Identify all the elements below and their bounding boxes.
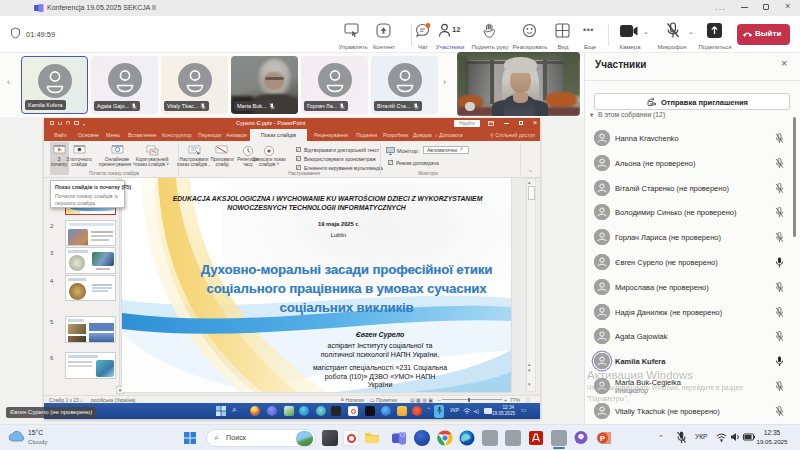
svg-text:P: P [600,434,605,443]
